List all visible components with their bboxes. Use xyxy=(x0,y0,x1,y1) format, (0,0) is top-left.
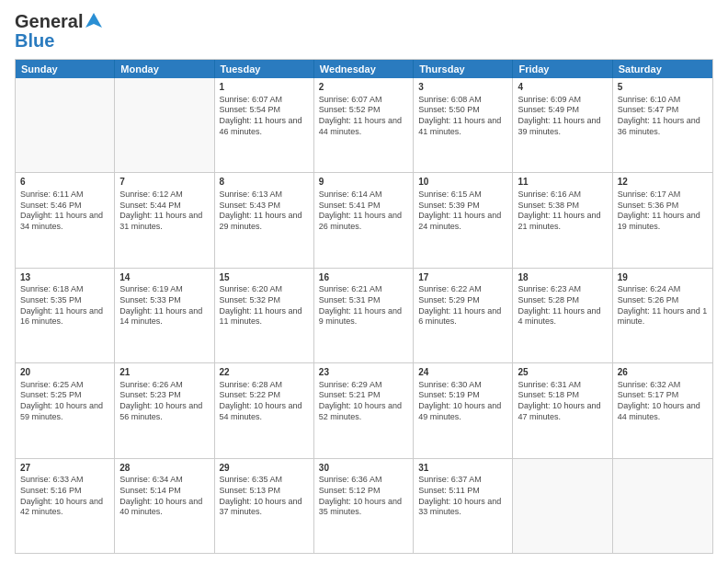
table-row: 22Sunrise: 6:28 AMSunset: 5:22 PMDayligh… xyxy=(215,363,314,457)
table-row: 26Sunrise: 6:32 AMSunset: 5:17 PMDayligh… xyxy=(613,363,712,457)
day-number: 13 xyxy=(20,271,109,284)
day-info: Sunrise: 6:30 AMSunset: 5:19 PMDaylight:… xyxy=(418,380,507,423)
table-row: 18Sunrise: 6:23 AMSunset: 5:28 PMDayligh… xyxy=(513,269,612,362)
day-number: 29 xyxy=(220,462,309,475)
day-number: 23 xyxy=(319,366,408,379)
day-info: Sunrise: 6:16 AMSunset: 5:38 PMDaylight:… xyxy=(518,190,607,233)
table-row: 28Sunrise: 6:34 AMSunset: 5:14 PMDayligh… xyxy=(115,459,214,553)
table-row: 25Sunrise: 6:31 AMSunset: 5:18 PMDayligh… xyxy=(513,363,612,457)
table-row xyxy=(613,459,712,553)
day-number: 11 xyxy=(518,176,607,189)
day-number: 30 xyxy=(319,462,408,475)
day-number: 16 xyxy=(319,271,408,284)
table-row xyxy=(115,78,214,172)
day-number: 31 xyxy=(418,462,507,475)
day-info: Sunrise: 6:07 AMSunset: 5:54 PMDaylight:… xyxy=(220,95,309,138)
calendar-row-4: 20Sunrise: 6:25 AMSunset: 5:25 PMDayligh… xyxy=(16,362,712,457)
day-number: 3 xyxy=(418,81,507,94)
day-number: 10 xyxy=(418,176,507,189)
table-row: 7Sunrise: 6:12 AMSunset: 5:44 PMDaylight… xyxy=(115,173,214,267)
logo-general: General xyxy=(15,11,83,32)
header-day-thursday: Thursday xyxy=(414,60,513,78)
table-row: 30Sunrise: 6:36 AMSunset: 5:12 PMDayligh… xyxy=(314,459,414,553)
table-row: 21Sunrise: 6:26 AMSunset: 5:23 PMDayligh… xyxy=(115,363,214,457)
day-number: 22 xyxy=(220,366,309,379)
day-number: 19 xyxy=(618,271,708,284)
day-number: 18 xyxy=(518,271,607,284)
table-row: 17Sunrise: 6:22 AMSunset: 5:29 PMDayligh… xyxy=(414,269,513,362)
day-info: Sunrise: 6:14 AMSunset: 5:41 PMDaylight:… xyxy=(319,190,408,233)
day-info: Sunrise: 6:20 AMSunset: 5:32 PMDaylight:… xyxy=(220,284,309,327)
day-number: 1 xyxy=(220,81,309,94)
table-row: 2Sunrise: 6:07 AMSunset: 5:52 PMDaylight… xyxy=(314,78,414,172)
day-info: Sunrise: 6:33 AMSunset: 5:16 PMDaylight:… xyxy=(20,475,109,518)
day-number: 26 xyxy=(618,366,708,379)
day-info: Sunrise: 6:29 AMSunset: 5:21 PMDaylight:… xyxy=(319,380,408,423)
day-info: Sunrise: 6:23 AMSunset: 5:28 PMDaylight:… xyxy=(518,284,607,327)
table-row: 24Sunrise: 6:30 AMSunset: 5:19 PMDayligh… xyxy=(414,363,513,457)
day-info: Sunrise: 6:37 AMSunset: 5:11 PMDaylight:… xyxy=(418,475,507,518)
calendar-row-2: 6Sunrise: 6:11 AMSunset: 5:46 PMDaylight… xyxy=(16,172,712,267)
day-info: Sunrise: 6:10 AMSunset: 5:47 PMDaylight:… xyxy=(618,95,708,138)
day-info: Sunrise: 6:25 AMSunset: 5:25 PMDaylight:… xyxy=(20,380,109,423)
day-info: Sunrise: 6:36 AMSunset: 5:12 PMDaylight:… xyxy=(319,475,408,518)
calendar-row-1: 1Sunrise: 6:07 AMSunset: 5:54 PMDaylight… xyxy=(16,78,712,172)
day-number: 27 xyxy=(20,462,109,475)
day-info: Sunrise: 6:12 AMSunset: 5:44 PMDaylight:… xyxy=(119,190,209,233)
table-row: 3Sunrise: 6:08 AMSunset: 5:50 PMDaylight… xyxy=(414,78,513,172)
svg-marker-0 xyxy=(85,13,102,28)
table-row: 16Sunrise: 6:21 AMSunset: 5:31 PMDayligh… xyxy=(314,269,414,362)
header-day-saturday: Saturday xyxy=(613,60,712,78)
table-row xyxy=(16,78,115,172)
table-row: 27Sunrise: 6:33 AMSunset: 5:16 PMDayligh… xyxy=(16,459,115,553)
calendar-header: SundayMondayTuesdayWednesdayThursdayFrid… xyxy=(16,60,712,78)
day-info: Sunrise: 6:32 AMSunset: 5:17 PMDaylight:… xyxy=(618,380,708,423)
calendar-row-5: 27Sunrise: 6:33 AMSunset: 5:16 PMDayligh… xyxy=(16,458,712,553)
table-row: 19Sunrise: 6:24 AMSunset: 5:26 PMDayligh… xyxy=(613,269,712,362)
day-number: 12 xyxy=(618,176,708,189)
table-row: 1Sunrise: 6:07 AMSunset: 5:54 PMDaylight… xyxy=(215,78,314,172)
day-info: Sunrise: 6:24 AMSunset: 5:26 PMDaylight:… xyxy=(618,284,708,327)
calendar-row-3: 13Sunrise: 6:18 AMSunset: 5:35 PMDayligh… xyxy=(16,268,712,362)
day-number: 4 xyxy=(518,81,607,94)
table-row: 9Sunrise: 6:14 AMSunset: 5:41 PMDaylight… xyxy=(314,173,414,267)
calendar: SundayMondayTuesdayWednesdayThursdayFrid… xyxy=(15,59,713,554)
day-number: 7 xyxy=(119,176,209,189)
day-info: Sunrise: 6:09 AMSunset: 5:49 PMDaylight:… xyxy=(518,95,607,138)
header-day-monday: Monday xyxy=(115,60,214,78)
day-info: Sunrise: 6:15 AMSunset: 5:39 PMDaylight:… xyxy=(418,190,507,233)
day-number: 8 xyxy=(220,176,309,189)
table-row: 23Sunrise: 6:29 AMSunset: 5:21 PMDayligh… xyxy=(314,363,414,457)
header-day-friday: Friday xyxy=(513,60,612,78)
table-row: 4Sunrise: 6:09 AMSunset: 5:49 PMDaylight… xyxy=(513,78,612,172)
table-row: 13Sunrise: 6:18 AMSunset: 5:35 PMDayligh… xyxy=(16,269,115,362)
day-number: 14 xyxy=(119,271,209,284)
logo-icon xyxy=(84,11,104,31)
day-info: Sunrise: 6:28 AMSunset: 5:22 PMDaylight:… xyxy=(220,380,309,423)
day-number: 17 xyxy=(418,271,507,284)
day-info: Sunrise: 6:17 AMSunset: 5:36 PMDaylight:… xyxy=(618,190,708,233)
day-info: Sunrise: 6:31 AMSunset: 5:18 PMDaylight:… xyxy=(518,380,607,423)
table-row: 8Sunrise: 6:13 AMSunset: 5:43 PMDaylight… xyxy=(215,173,314,267)
header: General Blue xyxy=(15,11,713,52)
table-row: 20Sunrise: 6:25 AMSunset: 5:25 PMDayligh… xyxy=(16,363,115,457)
day-number: 21 xyxy=(119,366,209,379)
header-day-wednesday: Wednesday xyxy=(314,60,414,78)
day-number: 24 xyxy=(418,366,507,379)
table-row: 12Sunrise: 6:17 AMSunset: 5:36 PMDayligh… xyxy=(613,173,712,267)
logo: General Blue xyxy=(15,11,104,52)
table-row: 10Sunrise: 6:15 AMSunset: 5:39 PMDayligh… xyxy=(414,173,513,267)
day-number: 25 xyxy=(518,366,607,379)
table-row: 5Sunrise: 6:10 AMSunset: 5:47 PMDaylight… xyxy=(613,78,712,172)
day-number: 15 xyxy=(220,271,309,284)
table-row: 14Sunrise: 6:19 AMSunset: 5:33 PMDayligh… xyxy=(115,269,214,362)
table-row: 31Sunrise: 6:37 AMSunset: 5:11 PMDayligh… xyxy=(414,459,513,553)
day-number: 9 xyxy=(319,176,408,189)
day-info: Sunrise: 6:11 AMSunset: 5:46 PMDaylight:… xyxy=(20,190,109,233)
day-info: Sunrise: 6:26 AMSunset: 5:23 PMDaylight:… xyxy=(119,380,209,423)
page: General Blue SundayMondayTuesdayWednesda… xyxy=(0,0,728,563)
day-number: 2 xyxy=(319,81,408,94)
table-row xyxy=(513,459,612,553)
table-row: 29Sunrise: 6:35 AMSunset: 5:13 PMDayligh… xyxy=(215,459,314,553)
logo-blue: Blue xyxy=(15,30,54,52)
